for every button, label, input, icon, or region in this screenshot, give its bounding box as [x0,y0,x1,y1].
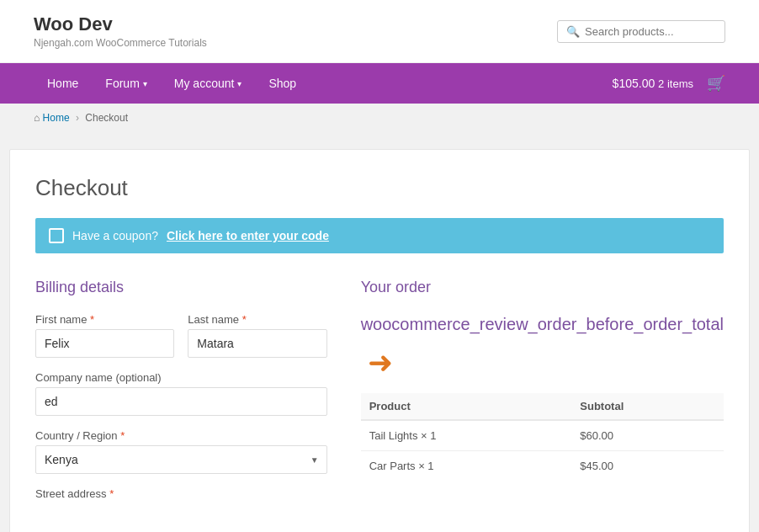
table-row: Tail Lights × 1 $60.00 [361,420,724,451]
company-row: Company name (optional) [35,371,327,416]
main-nav: Home Forum ▾ My account ▾ Shop $105.00 2… [0,63,759,104]
coupon-text: Have a coupon? [72,229,158,242]
street-row: Street address * [35,487,327,500]
table-header-row: Product Subtotal [361,393,724,420]
country-select-wrap: Kenya Uganda Tanzania [35,445,327,474]
subtotal-cell: $45.00 [571,450,724,481]
last-name-input[interactable] [188,329,326,358]
breadcrumb: ⌂ Home › Checkout [0,104,759,132]
company-input[interactable] [35,387,327,416]
cart-count: 2 items [658,77,693,90]
subtotal-header: Subtotal [571,393,724,420]
last-name-label: Last name * [188,313,326,326]
search-input[interactable] [585,25,716,38]
first-name-input[interactable] [35,329,174,358]
chevron-down-icon: ▾ [143,79,147,88]
last-name-group: Last name * [188,313,326,358]
breadcrumb-separator: › [76,112,79,124]
required-marker: * [120,429,125,442]
product-cell: Car Parts × 1 [361,450,572,481]
chevron-down-icon: ▾ [237,79,242,88]
cart-total: $105.00 2 items [613,77,693,90]
nav-item-forum[interactable]: Forum ▾ [92,63,160,104]
home-icon: ⌂ [34,112,40,124]
required-marker: * [90,313,94,326]
first-name-label: First name * [35,313,174,326]
site-title: Woo Dev [34,13,207,35]
breadcrumb-current: Checkout [85,112,128,124]
nav-item-shop[interactable]: Shop [255,63,310,104]
country-label: Country / Region * [35,429,327,442]
checkout-page: Checkout Have a coupon? Click here to en… [9,149,750,532]
street-label: Street address * [35,487,327,500]
company-group: Company name (optional) [35,371,327,416]
page-title: Checkout [35,175,724,201]
first-name-group: First name * [35,313,174,358]
table-row: Car Parts × 1 $45.00 [361,450,724,481]
nav-cart: $105.00 2 items 🛒 [613,74,725,93]
nav-item-myaccount[interactable]: My account ▾ [161,63,256,104]
cart-icon[interactable]: 🛒 [707,74,725,93]
hook-text: woocommerce_review_order_before_order_to… [361,313,724,383]
coupon-link[interactable]: Click here to enter your code [167,229,329,242]
coupon-notice: Have a coupon? Click here to enter your … [35,218,724,253]
billing-section: Billing details First name * Last name * [35,279,327,513]
search-icon: 🔍 [566,25,580,38]
company-label: Company name (optional) [35,371,327,384]
checkout-columns: Billing details First name * Last name * [35,279,724,513]
nav-item-home[interactable]: Home [34,63,92,104]
product-header: Product [361,393,572,420]
country-select[interactable]: Kenya Uganda Tanzania [35,445,327,474]
breadcrumb-home-link[interactable]: Home [43,112,70,124]
nav-links: Home Forum ▾ My account ▾ Shop [34,63,310,104]
order-section: Your order woocommerce_review_order_befo… [361,279,724,513]
order-table: Product Subtotal Tail Lights × 1 $60.00 … [361,393,724,481]
required-marker: * [242,313,247,326]
required-marker: * [109,487,114,500]
arrow-icon: ➜ [368,343,393,383]
country-group: Country / Region * Kenya Uganda Tanzania [35,429,327,474]
order-heading: Your order [361,279,724,296]
street-group: Street address * [35,487,327,500]
site-tagline: Njengah.com WooCommerce Tutorials [34,37,207,49]
search-form[interactable]: 🔍 [557,20,725,43]
billing-heading: Billing details [35,279,327,296]
subtotal-cell: $60.00 [571,420,724,451]
name-row: First name * Last name * [35,313,327,358]
site-branding: Woo Dev Njengah.com WooCommerce Tutorial… [34,13,207,49]
country-row: Country / Region * Kenya Uganda Tanzania [35,429,327,474]
site-header: Woo Dev Njengah.com WooCommerce Tutorial… [0,0,759,63]
product-cell: Tail Lights × 1 [361,420,572,451]
coupon-icon [49,228,64,243]
